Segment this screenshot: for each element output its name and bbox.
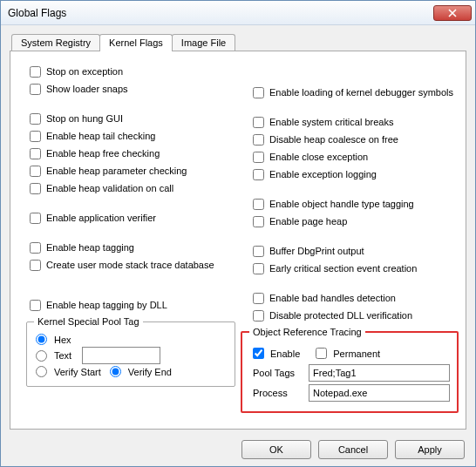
lbl-enable-bad-handles-detection: Enable bad handles detection bbox=[269, 293, 396, 303]
lbl-enable-heap-tail-checking: Enable heap tail checking bbox=[46, 131, 155, 141]
lbl-buffer-dbgprint-output: Buffer DbgPrint output bbox=[269, 246, 364, 256]
close-button[interactable] bbox=[433, 5, 472, 21]
kernel-special-pool-tag-group: Kernel Special Pool Tag Hex Text bbox=[26, 316, 235, 387]
lbl-enable-heap-tagging-by-dll: Enable heap tagging by DLL bbox=[46, 300, 167, 310]
lbl-enable-loading-kernel-debugger-symbols: Enable loading of kernel debugger symbol… bbox=[269, 87, 453, 98]
chk-show-loader-snaps[interactable] bbox=[30, 84, 41, 95]
chk-enable-object-handle-type-tagging[interactable] bbox=[253, 199, 264, 210]
chk-stop-on-hung-gui[interactable] bbox=[30, 113, 41, 125]
input-pool-tag-text[interactable] bbox=[82, 347, 160, 364]
client-area: System Registry Kernel Flags Image File … bbox=[1, 25, 475, 438]
chk-enable-heap-free-checking[interactable] bbox=[30, 148, 41, 159]
input-pool-tags[interactable] bbox=[309, 364, 450, 382]
chk-enable-system-critical-breaks[interactable] bbox=[253, 117, 264, 128]
lbl-enable-heap-validation-on-call: Enable heap validation on call bbox=[46, 183, 173, 193]
chk-enable-heap-tagging-by-dll[interactable] bbox=[30, 300, 41, 311]
dialog-button-bar: OK Cancel Apply bbox=[241, 440, 465, 459]
chk-enable-heap-tail-checking[interactable] bbox=[30, 131, 41, 142]
lbl-enable-exception-logging: Enable exception logging bbox=[269, 169, 377, 179]
right-column: Enable loading of kernel debugger symbol… bbox=[241, 62, 459, 413]
lbl-enable-system-critical-breaks: Enable system critical breaks bbox=[269, 117, 393, 127]
chk-disable-heap-coalesce-on-free[interactable] bbox=[253, 134, 264, 146]
chk-enable-heap-tagging[interactable] bbox=[30, 242, 41, 254]
lbl-text: Text bbox=[54, 350, 78, 361]
chk-enable-exception-logging[interactable] bbox=[253, 169, 264, 180]
radio-verify-start[interactable] bbox=[36, 366, 47, 377]
lbl-show-loader-snaps: Show loader snaps bbox=[46, 84, 128, 94]
radio-text[interactable] bbox=[36, 350, 47, 362]
lbl-disable-heap-coalesce-on-free: Disable heap coalesce on free bbox=[269, 134, 398, 145]
chk-ort-permanent[interactable] bbox=[316, 348, 327, 359]
chk-buffer-dbgprint-output[interactable] bbox=[253, 246, 264, 257]
titlebar: Global Flags bbox=[1, 1, 475, 25]
tab-control: System Registry Kernel Flags Image File … bbox=[10, 34, 466, 430]
lbl-early-critical-section-event-creation: Early critical section event creation bbox=[269, 263, 417, 274]
lbl-ort-permanent: Permanent bbox=[333, 349, 380, 359]
kernel-special-pool-tag-legend: Kernel Special Pool Tag bbox=[34, 316, 143, 327]
lbl-disable-protected-dll-verification: Disable protected DLL verification bbox=[269, 310, 412, 321]
chk-enable-close-exception[interactable] bbox=[253, 152, 264, 163]
lbl-pool-tags: Pool Tags bbox=[253, 368, 303, 378]
chk-disable-protected-dll-verification[interactable] bbox=[253, 310, 264, 321]
chk-enable-bad-handles-detection[interactable] bbox=[253, 293, 264, 304]
chk-enable-page-heap[interactable] bbox=[253, 216, 264, 227]
apply-button[interactable]: Apply bbox=[395, 440, 465, 459]
kernel-flags-panel: Stop on exception Show loader snaps Stop… bbox=[10, 51, 466, 430]
radio-hex[interactable] bbox=[36, 334, 47, 345]
lbl-enable-heap-free-checking: Enable heap free checking bbox=[46, 148, 160, 159]
cancel-button[interactable]: Cancel bbox=[318, 440, 388, 459]
lbl-enable-object-handle-type-tagging: Enable object handle type tagging bbox=[269, 199, 414, 209]
chk-create-user-mode-stack-trace-db[interactable] bbox=[30, 260, 41, 271]
lbl-verify-start: Verify Start bbox=[54, 367, 101, 377]
input-process[interactable] bbox=[309, 384, 450, 402]
tab-row: System Registry Kernel Flags Image File bbox=[11, 34, 466, 51]
lbl-ort-enable: Enable bbox=[270, 349, 300, 359]
chk-enable-application-verifier[interactable] bbox=[30, 213, 41, 224]
lbl-enable-application-verifier: Enable application verifier bbox=[46, 213, 156, 223]
lbl-process: Process bbox=[253, 388, 303, 398]
global-flags-window: Global Flags System Registry Kernel Flag… bbox=[0, 0, 476, 467]
lbl-enable-heap-parameter-checking: Enable heap parameter checking bbox=[46, 166, 187, 176]
window-title: Global Flags bbox=[8, 7, 433, 19]
chk-enable-heap-validation-on-call[interactable] bbox=[30, 183, 41, 194]
chk-early-critical-section-event-creation[interactable] bbox=[253, 263, 264, 274]
lbl-verify-end: Verify End bbox=[128, 367, 172, 377]
lbl-enable-heap-tagging: Enable heap tagging bbox=[46, 242, 134, 253]
chk-enable-loading-kernel-debugger-symbols[interactable] bbox=[253, 87, 264, 98]
object-reference-tracing-legend: Object Reference Tracing bbox=[249, 327, 365, 337]
close-icon bbox=[448, 9, 457, 17]
tab-image-file[interactable]: Image File bbox=[172, 34, 235, 51]
object-reference-tracing-group: Object Reference Tracing Enable Permanen… bbox=[241, 327, 459, 413]
chk-stop-on-exception[interactable] bbox=[30, 66, 41, 78]
lbl-create-user-mode-stack-trace-db: Create user mode stack trace database bbox=[46, 260, 214, 270]
lbl-stop-on-exception: Stop on exception bbox=[46, 66, 123, 77]
lbl-hex: Hex bbox=[54, 335, 71, 345]
lbl-stop-on-hung-gui: Stop on hung GUI bbox=[46, 113, 123, 124]
radio-verify-end[interactable] bbox=[110, 366, 121, 377]
left-column: Stop on exception Show loader snaps Stop… bbox=[17, 62, 235, 413]
chk-enable-heap-parameter-checking[interactable] bbox=[30, 166, 41, 177]
lbl-enable-close-exception: Enable close exception bbox=[269, 152, 368, 162]
lbl-enable-page-heap: Enable page heap bbox=[269, 216, 347, 227]
ok-button[interactable]: OK bbox=[241, 440, 311, 459]
chk-ort-enable[interactable] bbox=[253, 348, 264, 359]
tab-system-registry[interactable]: System Registry bbox=[11, 34, 100, 51]
tab-kernel-flags[interactable]: Kernel Flags bbox=[99, 34, 173, 51]
